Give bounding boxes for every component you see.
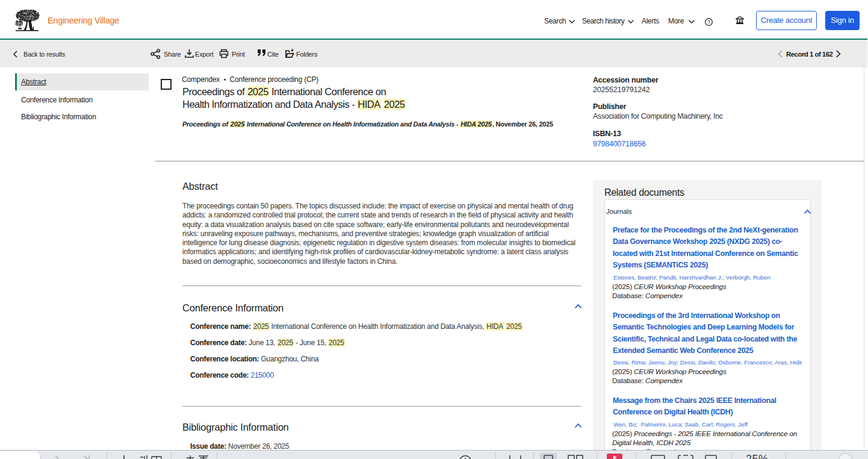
svg-text:?: ? <box>707 19 710 25</box>
